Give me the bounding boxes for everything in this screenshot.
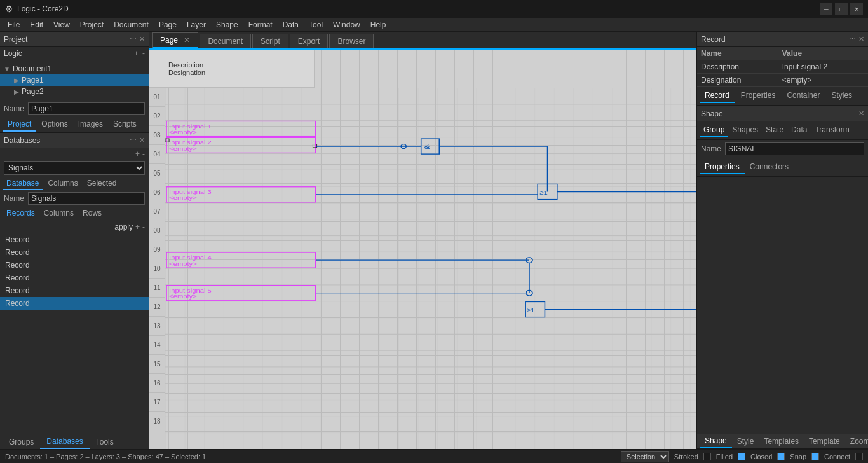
list-item[interactable]: Record [0, 272, 149, 284]
db-add-btn[interactable]: + [135, 149, 140, 158]
menu-item-format[interactable]: Format [243, 19, 278, 31]
databases-controls: ⋯ ✕ [130, 136, 145, 144]
doc-tab-page[interactable]: Page ✕ [152, 32, 198, 48]
record-close-icon[interactable]: ✕ [858, 35, 864, 43]
sbt-zoom[interactable]: Zoom [845, 435, 868, 448]
shape-close-icon[interactable]: ✕ [858, 109, 864, 118]
bottom-tab-tools[interactable]: Tools [90, 436, 120, 448]
project-float-icon[interactable]: ⋯ [130, 35, 137, 43]
project-close-icon[interactable]: ✕ [139, 35, 145, 43]
minimize-button[interactable]: ─ [820, 3, 832, 15]
list-item[interactable]: Record [0, 259, 149, 272]
tab-images[interactable]: Images [73, 118, 108, 132]
menu-item-page[interactable]: Page [154, 19, 182, 31]
menu-item-shape[interactable]: Shape [211, 19, 243, 31]
list-item[interactable]: Record [0, 284, 149, 297]
canvas-background: Description Designation 01 02 03 04 05 0… [149, 50, 696, 449]
sbt-style[interactable]: Style [732, 435, 759, 448]
canvas-area[interactable]: Description Designation 01 02 03 04 05 0… [149, 50, 696, 449]
rt-tab-record[interactable]: Record [700, 89, 735, 103]
databases-close-icon[interactable]: ✕ [139, 136, 145, 144]
rt-tab-properties[interactable]: Properties [736, 89, 781, 103]
db-tab-columns[interactable]: Columns [44, 177, 81, 190]
rec-tab-records[interactable]: Records [3, 207, 39, 219]
record-float-icon[interactable]: ⋯ [849, 35, 856, 43]
apply-button[interactable]: apply [114, 223, 133, 232]
sh-tab-group[interactable]: Group [700, 123, 728, 137]
menu-item-project[interactable]: Project [75, 19, 109, 31]
sh-tab-state[interactable]: State [762, 123, 787, 137]
list-item-selected[interactable]: Record [0, 297, 149, 310]
record-top-tabs: Record Properties Container Styles [697, 87, 868, 106]
menu-item-file[interactable]: File [3, 19, 25, 31]
closed-label: Closed [750, 453, 772, 460]
databases-panel-header: Databases ⋯ ✕ [0, 133, 149, 148]
records-remove-btn[interactable]: - [142, 223, 145, 232]
list-item[interactable]: Record [0, 233, 149, 246]
maximize-button[interactable]: □ [835, 3, 848, 15]
rec-tab-columns[interactable]: Columns [40, 207, 78, 219]
databases-float-icon[interactable]: ⋯ [130, 136, 137, 144]
databases-title: Databases [4, 136, 130, 145]
bottom-tab-databases[interactable]: Databases [40, 435, 89, 449]
sh-tab-data[interactable]: Data [787, 123, 811, 137]
sbt-shape[interactable]: Shape [700, 434, 732, 448]
project-name-label: Name [4, 104, 24, 113]
menu-item-help[interactable]: Help [365, 19, 391, 31]
shape-float-icon[interactable]: ⋯ [849, 109, 856, 118]
record-panel-title: Record [701, 35, 849, 44]
bottom-tab-groups[interactable]: Groups [3, 436, 40, 448]
table-row[interactable]: Description Input signal 2 [697, 60, 868, 74]
menu-item-edit[interactable]: Edit [25, 19, 48, 31]
doc-tab-browser[interactable]: Browser [329, 34, 374, 48]
db-name-input[interactable] [28, 192, 145, 205]
sb-tab-properties[interactable]: Properties [700, 160, 745, 174]
sb-tab-connectors[interactable]: Connectors [745, 160, 794, 174]
doc-tab-export[interactable]: Export [290, 34, 329, 48]
snap-checkbox[interactable] [811, 453, 819, 460]
db-remove-btn[interactable]: - [142, 149, 145, 158]
rec-tab-rows[interactable]: Rows [79, 207, 105, 219]
connect-checkbox[interactable] [855, 453, 863, 460]
menu-item-view[interactable]: View [48, 19, 75, 31]
db-tab-selected[interactable]: Selected [83, 177, 121, 190]
menu-item-document[interactable]: Document [109, 19, 154, 31]
doc-tab-document[interactable]: Document [200, 34, 251, 48]
filled-checkbox[interactable] [738, 453, 745, 460]
shape-name-input[interactable] [725, 142, 864, 155]
menu-item-layer[interactable]: Layer [182, 19, 211, 31]
sbt-template[interactable]: Template [804, 435, 845, 448]
rt-tab-styles[interactable]: Styles [826, 89, 857, 103]
doc-tab-page-close[interactable]: ✕ [184, 36, 190, 45]
table-row[interactable]: Designation <empty> [697, 74, 868, 87]
project-remove-btn[interactable]: - [142, 49, 145, 58]
project-add-btn[interactable]: + [134, 49, 139, 58]
tree-item-page2[interactable]: ▶ Page2 [0, 86, 149, 97]
records-add-btn[interactable]: + [135, 223, 140, 232]
stroked-checkbox[interactable] [703, 453, 711, 460]
diagram-svg[interactable]: Input signal 1 <empty> Input signal 2 <e… [165, 88, 696, 449]
closed-checkbox[interactable] [777, 453, 785, 460]
selection-select[interactable]: Selection [621, 451, 669, 462]
rt-tab-container[interactable]: Container [782, 89, 825, 103]
tab-scripts[interactable]: Scripts [108, 118, 142, 132]
db-select[interactable]: Signals [4, 161, 145, 175]
list-item[interactable]: Record [0, 246, 149, 259]
tree-item-document1[interactable]: ▼ Document1 [0, 63, 149, 74]
project-name-input[interactable]: Page1 [28, 102, 145, 115]
sbt-templates[interactable]: Templates [759, 435, 804, 448]
db-tab-database[interactable]: Database [3, 177, 43, 190]
record-table: Name Value Description Input signal 2 De… [697, 47, 868, 87]
tab-project[interactable]: Project [3, 118, 36, 132]
close-button[interactable]: ✕ [850, 3, 863, 15]
tree-label-doc1: Document1 [13, 64, 51, 73]
sh-tab-shapes[interactable]: Shapes [728, 123, 762, 137]
row-15: 15 [149, 355, 165, 374]
tab-options[interactable]: Options [36, 118, 72, 132]
doc-tab-script[interactable]: Script [252, 34, 288, 48]
menu-item-data[interactable]: Data [278, 19, 304, 31]
tree-item-page1[interactable]: ▶ Page1 [0, 74, 149, 86]
menu-item-tool[interactable]: Tool [304, 19, 328, 31]
menu-item-window[interactable]: Window [328, 19, 365, 31]
sh-tab-transform[interactable]: Transform [811, 123, 853, 137]
